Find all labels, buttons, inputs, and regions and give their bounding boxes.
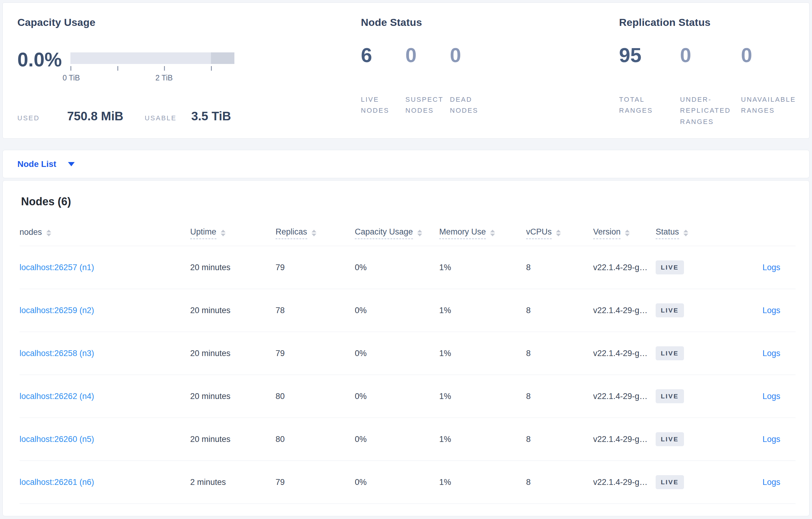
- logs-link[interactable]: Logs: [762, 263, 780, 272]
- memory-use-cell: 1%: [439, 435, 526, 444]
- tick-mark: [117, 66, 118, 71]
- status-cell: LIVE: [656, 261, 726, 274]
- status-cell: LIVE: [656, 303, 726, 317]
- table-row: localhost:26260 (n5) 20 minutes 80 0% 1%…: [20, 418, 795, 461]
- used-value: 750.8 MiB: [67, 109, 123, 123]
- column-header-version[interactable]: Version: [593, 227, 656, 239]
- tick-mark: [211, 66, 212, 71]
- node-status-title: Node Status: [361, 17, 619, 28]
- version-cell: v22.1.4-29-g…: [593, 392, 656, 401]
- tick-label-2tib: 2 TiB: [155, 73, 173, 82]
- node-link[interactable]: localhost:26259 (n2): [20, 306, 94, 315]
- capacity-bar: 0 TiB 2 TiB: [70, 52, 234, 83]
- vcpus-cell: 8: [526, 263, 593, 272]
- column-label: vCPUs: [526, 227, 552, 239]
- replication-status-stats: 95 TOTAL RANGES 0 UNDER-REPLICATED RANGE…: [619, 44, 802, 127]
- version-cell: v22.1.4-29-g…: [593, 435, 656, 444]
- node-list-dropdown-label: Node List: [18, 159, 56, 169]
- uptime-cell: 20 minutes: [190, 263, 276, 272]
- chevron-down-icon: [68, 162, 75, 166]
- column-header-capacity-usage[interactable]: Capacity Usage: [355, 227, 439, 239]
- usable-label: USABLE: [145, 114, 177, 122]
- column-label: Capacity Usage: [355, 227, 413, 239]
- dead-nodes-value: 0: [450, 44, 494, 66]
- memory-use-cell: 1%: [439, 349, 526, 358]
- sort-icon: [417, 230, 422, 236]
- table-row: localhost:26259 (n2) 20 minutes 78 0% 1%…: [20, 289, 795, 332]
- replication-status-title: Replication Status: [619, 17, 802, 28]
- uptime-cell: 20 minutes: [190, 435, 276, 444]
- node-link[interactable]: localhost:26261 (n6): [20, 478, 94, 487]
- table-row: localhost:26261 (n6) 2 minutes 79 0% 1% …: [20, 461, 795, 504]
- node-address-cell: localhost:26262 (n4): [20, 392, 190, 401]
- usable-value: 3.5 TiB: [191, 109, 231, 123]
- sort-icon: [46, 230, 51, 236]
- uptime-cell: 2 minutes: [190, 478, 276, 487]
- nodes-table-header: nodes Uptime Replicas Capacity Usage Mem…: [20, 220, 795, 246]
- tick-mark: [70, 66, 71, 71]
- version-cell: v22.1.4-29-g…: [593, 306, 656, 315]
- logs-cell: Logs: [726, 306, 795, 315]
- memory-use-cell: 1%: [439, 263, 526, 272]
- suspect-nodes-value: 0: [405, 44, 450, 66]
- logs-link[interactable]: Logs: [762, 435, 780, 444]
- capacity-usage-cell: 0%: [355, 349, 439, 358]
- capacity-used-percent: 0.0%: [18, 49, 70, 70]
- column-header-status[interactable]: Status: [656, 227, 726, 239]
- uptime-cell: 20 minutes: [190, 392, 276, 401]
- logs-cell: Logs: [726, 349, 795, 358]
- logs-link[interactable]: Logs: [762, 349, 780, 358]
- column-header-memory-use[interactable]: Memory Use: [439, 227, 526, 239]
- table-row: localhost:26258 (n3) 20 minutes 79 0% 1%…: [20, 332, 795, 375]
- vcpus-cell: 8: [526, 349, 593, 358]
- under-replicated-ranges-stat: 0 UNDER-REPLICATED RANGES: [680, 44, 741, 127]
- node-address-cell: localhost:26261 (n6): [20, 478, 190, 487]
- live-nodes-label: LIVE NODES: [361, 94, 405, 116]
- vcpus-cell: 8: [526, 435, 593, 444]
- node-link[interactable]: localhost:26258 (n3): [20, 349, 94, 358]
- column-label: Memory Use: [439, 227, 486, 239]
- logs-link[interactable]: Logs: [762, 306, 780, 315]
- node-link[interactable]: localhost:26260 (n5): [20, 435, 94, 444]
- capacity-usage-cell: 0%: [355, 263, 439, 272]
- column-header-replicas[interactable]: Replicas: [276, 227, 355, 239]
- unavailable-ranges-label: UNAVAILABLE RANGES: [741, 94, 800, 116]
- node-list-dropdown[interactable]: Node List: [18, 159, 75, 169]
- capacity-usage-cell: 0%: [355, 392, 439, 401]
- logs-link[interactable]: Logs: [762, 478, 780, 487]
- total-ranges-stat: 95 TOTAL RANGES: [619, 44, 680, 127]
- capacity-usage-cell: 0%: [355, 435, 439, 444]
- version-cell: v22.1.4-29-g…: [593, 263, 656, 272]
- unavailable-ranges-value: 0: [741, 44, 802, 66]
- replicas-cell: 78: [276, 306, 355, 315]
- node-link[interactable]: localhost:26262 (n4): [20, 392, 94, 401]
- suspect-nodes-stat: 0 SUSPECT NODES: [405, 44, 450, 116]
- replicas-cell: 79: [276, 263, 355, 272]
- cluster-summary-panel: Capacity Usage 0.0% 0 TiB 2 TiB: [2, 2, 810, 139]
- status-cell: LIVE: [656, 389, 726, 403]
- column-header-vcpus[interactable]: vCPUs: [526, 227, 593, 239]
- column-header-uptime[interactable]: Uptime: [190, 227, 276, 239]
- status-cell: LIVE: [656, 346, 726, 360]
- status-badge: LIVE: [656, 432, 684, 446]
- nodes-table-panel: Nodes (6) nodes Uptime Replicas Capacity…: [2, 180, 810, 516]
- sort-icon: [556, 230, 561, 236]
- under-replicated-ranges-label: UNDER-REPLICATED RANGES: [680, 94, 738, 127]
- live-nodes-value: 6: [361, 44, 405, 66]
- column-header-nodes[interactable]: nodes: [20, 227, 190, 239]
- logs-cell: Logs: [726, 392, 795, 401]
- logs-link[interactable]: Logs: [762, 392, 780, 401]
- suspect-nodes-label: SUSPECT NODES: [405, 94, 450, 116]
- sort-icon: [490, 230, 495, 236]
- node-status-section: Node Status 6 LIVE NODES 0 SUSPECT NODES…: [361, 17, 619, 138]
- memory-use-cell: 1%: [439, 306, 526, 315]
- status-cell: LIVE: [656, 432, 726, 446]
- capacity-usage-section: Capacity Usage 0.0% 0 TiB 2 TiB: [18, 17, 361, 138]
- memory-use-cell: 1%: [439, 478, 526, 487]
- column-label: nodes: [20, 227, 42, 239]
- column-label: Version: [593, 227, 620, 239]
- node-link[interactable]: localhost:26257 (n1): [20, 263, 94, 272]
- tick-label-0tib: 0 TiB: [62, 73, 80, 82]
- version-cell: v22.1.4-29-g…: [593, 478, 656, 487]
- column-label: Uptime: [190, 227, 216, 239]
